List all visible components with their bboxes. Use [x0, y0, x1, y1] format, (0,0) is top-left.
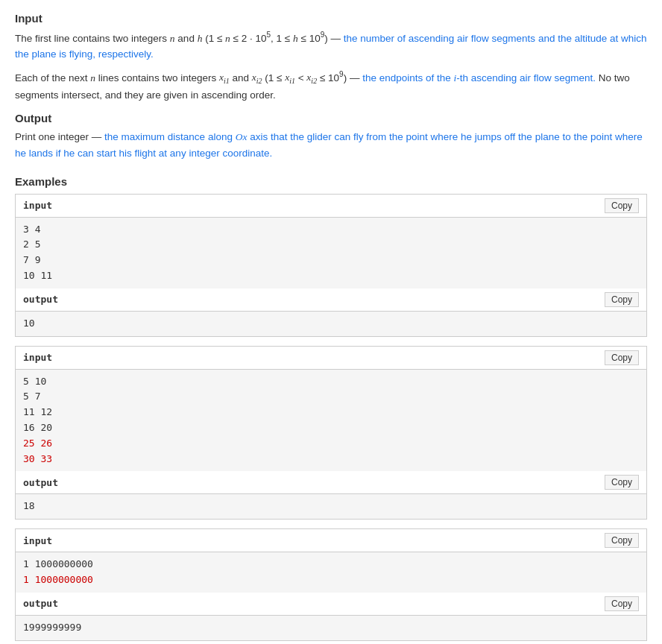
- input-desc2: Each of the next n lines contains two in…: [15, 69, 647, 104]
- example-1-input-label: input: [23, 200, 52, 211]
- code-line: 18: [23, 499, 639, 514]
- code-line: 16 20: [23, 420, 639, 436]
- code-line: 5 10: [23, 374, 639, 390]
- example-3: input Copy 1 1000000000 1 1000000000 out…: [15, 528, 647, 640]
- output-section: Output Print one integer — the maximum d…: [15, 112, 647, 161]
- example-2-input-label: input: [23, 352, 52, 363]
- code-line: 2 5: [23, 237, 639, 253]
- code-line: 5 7: [23, 389, 639, 405]
- example-3-output-label: output: [23, 598, 58, 609]
- code-line: 10: [23, 316, 639, 332]
- code-line: 1 1000000000: [23, 572, 639, 588]
- example-1-output-label: output: [23, 294, 58, 305]
- example-2-input-copy[interactable]: Copy: [605, 350, 639, 365]
- example-3-input-header: input Copy: [16, 529, 646, 552]
- code-line: 30 33: [23, 452, 639, 467]
- code-line: 10 11: [23, 268, 639, 284]
- example-2-input-code: 5 10 5 7 11 12 16 20 25 26 30 33: [16, 370, 646, 472]
- example-3-output-copy[interactable]: Copy: [605, 596, 639, 611]
- example-2-input-header: input Copy: [16, 347, 646, 370]
- example-3-output-header: output Copy: [16, 593, 646, 616]
- input-section: Input The first line contains two intege…: [15, 12, 647, 103]
- example-3-input-copy[interactable]: Copy: [605, 533, 639, 548]
- output-desc: Print one integer — the maximum distance…: [15, 129, 647, 161]
- example-1-input-header: input Copy: [16, 195, 646, 218]
- code-line: 1999999999: [23, 620, 639, 636]
- code-line: 3 4: [23, 222, 639, 238]
- example-1: input Copy 3 4 2 5 7 9 10 11 output Copy…: [15, 194, 647, 337]
- example-3-input-label: input: [23, 535, 52, 546]
- example-3-input-code: 1 1000000000 1 1000000000: [16, 552, 646, 593]
- examples-section: Examples input Copy 3 4 2 5 7 9 10 11 ou…: [15, 175, 647, 641]
- example-1-input-copy[interactable]: Copy: [605, 198, 639, 213]
- examples-title: Examples: [15, 175, 647, 188]
- example-1-output-code: 10: [16, 312, 646, 336]
- example-2-output-copy[interactable]: Copy: [605, 475, 639, 490]
- example-1-input-code: 3 4 2 5 7 9 10 11: [16, 218, 646, 288]
- example-3-output-code: 1999999999: [16, 616, 646, 640]
- code-line: 1 1000000000: [23, 557, 639, 572]
- code-line: 11 12: [23, 405, 639, 420]
- input-desc1: The first line contains two integers n a…: [15, 29, 647, 63]
- output-title: Output: [15, 112, 647, 124]
- example-2: input Copy 5 10 5 7 11 12 16 20 25 26 30…: [15, 346, 647, 520]
- example-1-output-header: output Copy: [16, 288, 646, 312]
- code-line: 7 9: [23, 253, 639, 268]
- input-title: Input: [15, 12, 647, 25]
- example-2-output-code: 18: [16, 494, 646, 519]
- example-1-output-copy[interactable]: Copy: [605, 292, 639, 307]
- example-2-output-header: output Copy: [16, 471, 646, 494]
- example-2-output-label: output: [23, 477, 58, 488]
- code-line: 25 26: [23, 436, 639, 452]
